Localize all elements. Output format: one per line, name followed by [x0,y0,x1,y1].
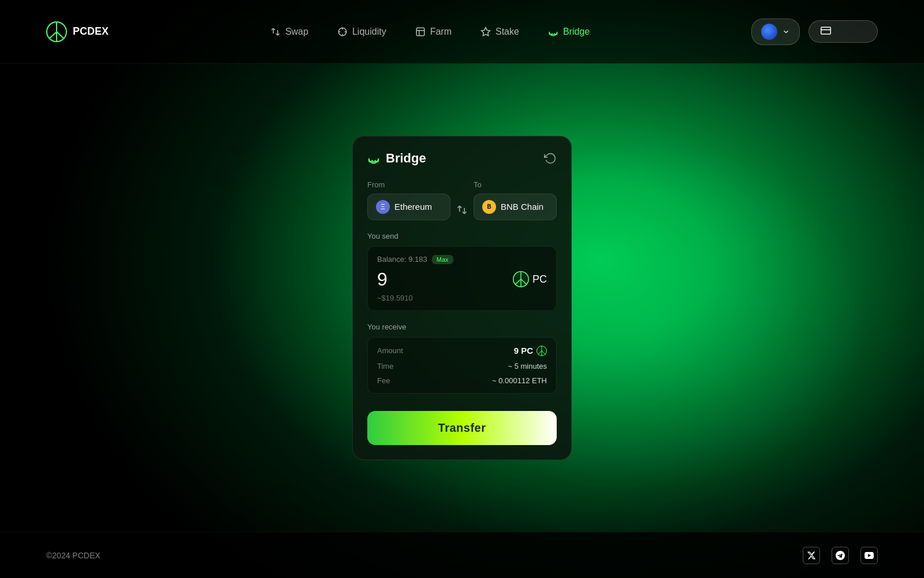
connect-wallet-button[interactable] [808,20,878,43]
x-icon [807,551,816,560]
card-header: Bridge [367,151,557,166]
card-title-row: Bridge [367,151,426,166]
arrows-swap-icon [456,204,468,216]
balance-text: Balance: 9.183 [377,255,427,264]
transfer-button[interactable]: Transfer [367,411,557,445]
you-receive-label: You receive [367,323,557,331]
to-chain-name: BNB Chain [501,202,543,212]
bridge-card: Bridge From Ξ Ethereum To B BNB Chain [352,136,572,460]
wallet-icon [821,25,831,36]
nav-liquidity[interactable]: Liquidity [337,27,386,37]
to-label: To [474,180,557,189]
main-content: Bridge From Ξ Ethereum To B BNB Chain [0,64,924,532]
from-label: From [367,180,450,189]
receive-pc-icon [536,346,547,356]
you-send-label: You send [367,232,557,240]
social-links [803,547,878,564]
copyright: ©2024 PCDEX [46,551,100,560]
chevron-down-icon [782,28,790,36]
youtube-icon [865,551,874,560]
to-chain-group: To B BNB Chain [474,180,557,220]
chain-selector-row: From Ξ Ethereum To B BNB Chain [367,180,557,220]
usd-value: ~$19.5910 [377,294,547,302]
pc-token-icon [513,271,529,287]
nav-farm[interactable]: Farm [415,27,452,37]
refresh-icon[interactable] [544,152,557,165]
svg-rect-5 [416,28,424,36]
token-selector[interactable]: PC [513,271,547,287]
max-button[interactable]: Max [432,255,453,264]
farm-icon [415,27,426,37]
bridge-icon [548,27,558,37]
nav-right [751,18,878,45]
bridge-card-icon [367,152,380,165]
stake-icon [480,27,491,37]
from-chain-select[interactable]: Ξ Ethereum [367,194,450,220]
receive-time-value: ~ 5 minutes [508,362,547,370]
globe-icon [761,24,777,40]
receive-fee-row: Fee ~ 0.000112 ETH [377,376,547,385]
svg-rect-7 [821,27,831,34]
card-title: Bridge [386,151,426,166]
logo-text: PCDEX [73,25,109,38]
ethereum-icon: Ξ [376,200,390,214]
youtube-social-button[interactable] [860,547,878,564]
receive-amount-row: Amount 9 PC [377,346,547,356]
navbar: PCDEX Swap Liquidity Farm Stake Bridge [0,0,924,64]
receive-amount-value: 9 PC [514,346,547,356]
svg-line-2 [49,32,57,39]
to-chain-select[interactable]: B BNB Chain [474,194,557,220]
send-box: Balance: 9.183 Max PC ~$19.5910 [367,246,557,311]
receive-time-label: Time [377,362,393,370]
from-chain-group: From Ξ Ethereum [367,180,450,220]
nav-bridge[interactable]: Bridge [548,27,590,37]
x-social-button[interactable] [803,547,820,564]
telegram-social-button[interactable] [832,547,849,564]
amount-row: PC [377,269,547,290]
send-amount-input[interactable] [377,269,481,290]
swap-icon [270,27,281,37]
swap-chains-button[interactable] [456,204,468,220]
receive-amount-label: Amount [377,346,403,355]
receive-box: Amount 9 PC Time ~ 5 minutes Fee ~ 0.0 [367,337,557,394]
receive-time-row: Time ~ 5 minutes [377,362,547,370]
telegram-icon [836,551,845,560]
nav-stake[interactable]: Stake [480,27,519,37]
liquidity-icon [337,27,348,37]
from-chain-name: Ethereum [394,202,432,212]
svg-marker-6 [481,27,490,35]
svg-line-3 [57,32,64,39]
footer: ©2024 PCDEX [0,532,924,578]
nav-links: Swap Liquidity Farm Stake Bridge [270,27,590,37]
bnb-icon: B [482,200,496,214]
receive-fee-value: ~ 0.000112 ETH [492,376,547,385]
logo[interactable]: PCDEX [46,21,109,42]
peace-logo-icon [46,21,67,42]
nav-swap[interactable]: Swap [270,27,308,37]
wallet-button[interactable] [751,18,800,45]
balance-row: Balance: 9.183 Max [377,255,547,264]
receive-fee-label: Fee [377,376,390,385]
token-name: PC [532,273,547,286]
